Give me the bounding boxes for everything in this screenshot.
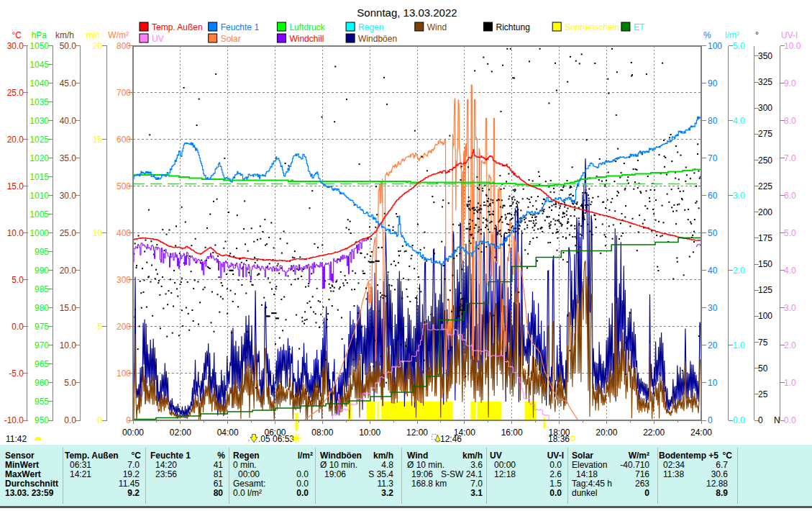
svg-text:5.0: 5.0: [784, 228, 796, 238]
svg-text:40: 40: [708, 266, 718, 276]
svg-text:20:00: 20:00: [596, 428, 617, 438]
svg-text:800: 800: [117, 41, 131, 51]
svg-text:1040: 1040: [29, 78, 49, 89]
svg-text:50: 50: [708, 228, 718, 238]
svg-text:10: 10: [708, 378, 718, 388]
svg-text:61: 61: [214, 479, 224, 489]
svg-text:0.0: 0.0: [549, 488, 562, 498]
svg-text:4.8: 4.8: [381, 460, 393, 470]
svg-text:700: 700: [117, 88, 131, 98]
svg-text:0.0: 0.0: [12, 322, 24, 332]
svg-text:7.0: 7.0: [470, 479, 483, 489]
svg-text:Windböen: Windböen: [320, 451, 362, 461]
svg-text:02:34: 02:34: [663, 460, 685, 470]
svg-text:12:18: 12:18: [494, 469, 516, 479]
svg-text:23:56: 23:56: [155, 469, 177, 479]
svg-text:200: 200: [758, 207, 772, 217]
svg-text:km/h: km/h: [462, 451, 483, 461]
svg-text:25.0: 25.0: [60, 228, 77, 238]
svg-text:1030: 1030: [29, 116, 49, 126]
svg-text:168.8 km: 168.8 km: [411, 479, 447, 489]
svg-text:3.6: 3.6: [470, 460, 483, 470]
svg-text:08:00: 08:00: [311, 428, 333, 438]
svg-text:0: 0: [126, 415, 131, 425]
svg-text:Ø 10 min.: Ø 10 min.: [407, 460, 444, 470]
svg-text:970: 970: [35, 340, 49, 351]
svg-text:0.0 l/m²: 0.0 l/m²: [233, 488, 262, 498]
svg-text:Tag:4:45 h: Tag:4:45 h: [572, 479, 612, 489]
svg-text:Sonntag, 13.03.2022: Sonntag, 13.03.2022: [357, 6, 457, 19]
svg-text:24:00: 24:00: [690, 428, 712, 438]
svg-text:995: 995: [35, 247, 49, 257]
svg-text:0.0: 0.0: [733, 415, 745, 425]
svg-text:%: %: [217, 451, 225, 461]
svg-text:20.0: 20.0: [60, 266, 77, 276]
svg-text:950: 950: [35, 415, 49, 425]
svg-text:60: 60: [708, 191, 718, 201]
svg-text:100: 100: [708, 41, 722, 51]
svg-text:15.0: 15.0: [7, 181, 24, 191]
svg-text:dunkel: dunkel: [572, 488, 597, 498]
svg-text:80: 80: [214, 488, 224, 498]
svg-text:MinWert: MinWert: [5, 460, 39, 470]
svg-text:15.0: 15.0: [60, 303, 77, 313]
svg-text:-40.710: -40.710: [620, 460, 649, 470]
svg-text:04:00: 04:00: [217, 428, 239, 438]
svg-text:l/m²: l/m²: [725, 30, 739, 40]
svg-text:14:21: 14:21: [70, 469, 91, 479]
svg-text:8.0: 8.0: [784, 116, 796, 126]
svg-text:km/h: km/h: [55, 30, 74, 40]
svg-text:0: 0: [708, 415, 713, 425]
svg-text:Temp. Außen: Temp. Außen: [65, 451, 119, 461]
svg-text:Temp. Außen: Temp. Außen: [152, 22, 203, 32]
svg-text:2.6: 2.6: [549, 469, 562, 479]
svg-text:1035: 1035: [29, 97, 49, 107]
svg-text:100: 100: [117, 368, 131, 379]
svg-text:80: 80: [708, 116, 718, 126]
svg-text:150: 150: [758, 259, 772, 269]
svg-text:275: 275: [758, 129, 772, 139]
svg-text:W/m²: W/m²: [629, 451, 649, 461]
svg-text:12.88: 12.88: [706, 479, 728, 489]
svg-text:Wind: Wind: [407, 451, 428, 461]
svg-text:Solar: Solar: [572, 451, 593, 461]
svg-text:-5.0: -5.0: [9, 368, 24, 379]
svg-text:Sensor: Sensor: [5, 451, 35, 461]
svg-text:955: 955: [35, 397, 49, 407]
svg-text:Luftdruck: Luftdruck: [289, 22, 325, 32]
svg-text:1000: 1000: [29, 228, 49, 238]
svg-text:00:00: 00:00: [238, 469, 260, 479]
svg-text:5: 5: [97, 322, 102, 332]
svg-text:250: 250: [758, 155, 772, 166]
svg-text:985: 985: [35, 284, 49, 294]
svg-text:Feuchte 1: Feuchte 1: [221, 22, 260, 32]
svg-text:UV: UV: [490, 451, 502, 461]
svg-text:50: 50: [758, 363, 768, 374]
svg-text:18:36: 18:36: [548, 434, 570, 444]
svg-text:5.0: 5.0: [12, 275, 24, 285]
svg-text:90: 90: [708, 78, 718, 89]
svg-text:Regen: Regen: [358, 22, 383, 32]
svg-text:-10.0: -10.0: [4, 415, 24, 425]
svg-text:35.0: 35.0: [60, 153, 77, 163]
svg-text:70: 70: [708, 153, 718, 163]
svg-text:600: 600: [117, 135, 131, 145]
svg-text:0.0: 0.0: [296, 488, 309, 498]
svg-text:l/m²: l/m²: [298, 451, 313, 461]
svg-text:Richtung: Richtung: [496, 22, 530, 32]
svg-text:965: 965: [35, 359, 49, 369]
svg-text:0: 0: [644, 488, 649, 498]
svg-text:4.0: 4.0: [733, 116, 745, 126]
svg-text:30.6: 30.6: [711, 469, 729, 479]
svg-text:%: %: [703, 30, 711, 40]
svg-text:500: 500: [117, 181, 131, 191]
svg-text:3.0: 3.0: [733, 191, 745, 201]
svg-text:1020: 1020: [29, 153, 49, 163]
svg-text:10: 10: [93, 228, 103, 238]
svg-text:325: 325: [758, 77, 772, 87]
svg-text:975: 975: [35, 322, 49, 332]
svg-text:00:00: 00:00: [122, 428, 144, 438]
svg-text:0.0: 0.0: [296, 469, 309, 479]
svg-text:06:31: 06:31: [70, 460, 91, 470]
svg-text:N: N: [774, 415, 780, 425]
